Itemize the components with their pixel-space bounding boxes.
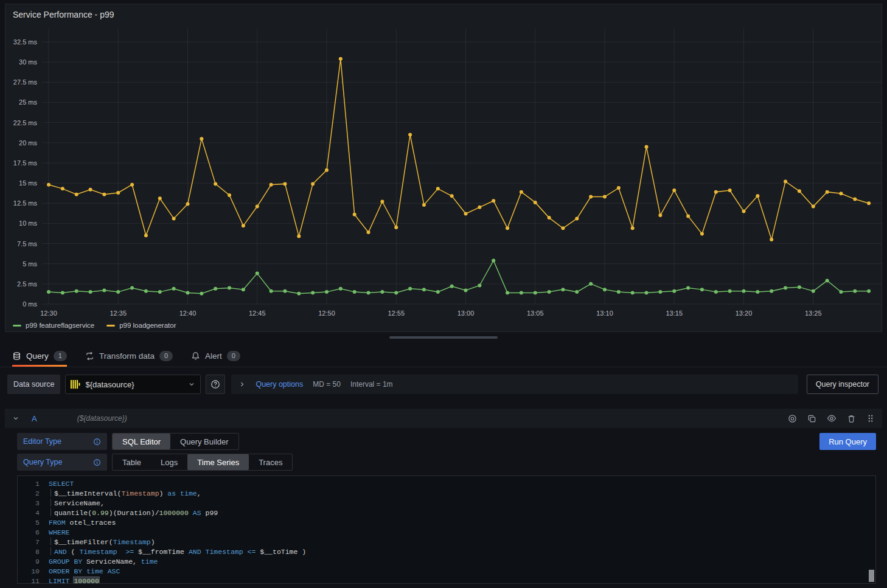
line-number: 8 <box>18 547 40 557</box>
timeseries-chart[interactable]: 0 ms2.5 ms5 ms7.5 ms10 ms12.5 ms15 ms17.… <box>5 25 882 319</box>
svg-text:10 ms: 10 ms <box>19 220 37 227</box>
line-number: 7 <box>18 538 40 547</box>
traces-button[interactable]: Traces <box>249 454 292 470</box>
line-number: 10 <box>18 567 40 576</box>
line-number: 9 <box>18 557 40 567</box>
code-line: 9GROUP BY ServiceName, time <box>18 557 875 567</box>
svg-text:12:50: 12:50 <box>318 310 335 317</box>
panel-title: Service Performance - p99 <box>13 10 114 19</box>
indent-guide <box>50 499 51 507</box>
tab-count-badge: 0 <box>159 351 173 361</box>
interval-value: Interval = 1m <box>350 380 393 389</box>
datasource-value: ${datasource} <box>85 380 134 389</box>
clickhouse-logo-icon <box>71 379 80 389</box>
svg-text:13:05: 13:05 <box>527 310 544 317</box>
datasource-picker[interactable]: ${datasource} <box>65 375 201 394</box>
query-inspector-button[interactable]: Query inspector <box>807 375 878 394</box>
svg-text:12:45: 12:45 <box>249 310 266 317</box>
code-line: 8AND ( Timestamp >= $__fromTime AND Time… <box>18 547 875 557</box>
code-line: 6WHERE <box>18 528 875 538</box>
query-editor-body: Editor Type SQL Editor Query Builder Run… <box>5 428 882 584</box>
query-row-actions <box>788 413 875 423</box>
time-series-button[interactable]: Time Series <box>187 454 249 470</box>
legend-label: p99 featureflagservice <box>26 322 94 329</box>
info-icon[interactable] <box>93 438 101 446</box>
query-row-header[interactable]: A (${datasource}) <box>5 409 882 428</box>
duplicate-icon[interactable] <box>807 414 816 423</box>
code-line: 10ORDER BY time ASC <box>18 567 875 576</box>
bell-icon <box>191 351 200 361</box>
svg-text:32.5 ms: 32.5 ms <box>13 38 38 46</box>
query-type-row: Query Type Table Logs Time Series Traces <box>17 454 876 471</box>
datasource-help-button[interactable] <box>206 375 225 394</box>
svg-text:13:25: 13:25 <box>805 310 822 317</box>
eye-icon[interactable] <box>827 413 837 423</box>
tab-alert[interactable]: Alert 0 <box>191 345 240 367</box>
tab-label: Alert <box>205 351 222 361</box>
query-options-bar[interactable]: Query options MD = 50 Interval = 1m <box>231 375 798 394</box>
line-number: 4 <box>18 508 40 518</box>
query-builder-button[interactable]: Query Builder <box>170 434 238 449</box>
timeseries-panel: Service Performance - p99 0 ms2.5 ms5 ms… <box>5 4 882 332</box>
svg-text:12.5 ms: 12.5 ms <box>13 199 38 207</box>
table-button[interactable]: Table <box>113 454 151 470</box>
tab-query[interactable]: Query 1 <box>12 345 67 367</box>
disable-query-icon[interactable] <box>788 414 797 423</box>
line-number: 11 <box>18 576 40 584</box>
svg-text:5 ms: 5 ms <box>23 260 37 268</box>
editor-type-label: Editor Type <box>17 433 107 450</box>
sql-code-editor[interactable]: 1SELECT2$__timeInterval(Timestamp) as ti… <box>17 476 876 584</box>
indent-guide <box>50 489 51 497</box>
trash-icon[interactable] <box>847 414 856 423</box>
tab-transform-data[interactable]: Transform data 0 <box>85 345 173 367</box>
query-datasource-hint: (${datasource}) <box>77 414 127 423</box>
svg-text:30 ms: 30 ms <box>19 58 37 66</box>
svg-text:0 ms: 0 ms <box>23 300 37 308</box>
svg-text:13:10: 13:10 <box>596 310 613 317</box>
line-number: 1 <box>18 479 40 489</box>
tab-count-badge: 0 <box>227 351 240 361</box>
panel-resize-handle[interactable] <box>389 336 498 339</box>
svg-text:25 ms: 25 ms <box>19 99 37 106</box>
legend-item-featureflagservice[interactable]: p99 featureflagservice <box>13 322 94 329</box>
query-type-segmented: Table Logs Time Series Traces <box>112 454 293 471</box>
query-type-label: Query Type <box>17 454 107 471</box>
svg-text:2.5 ms: 2.5 ms <box>17 280 38 288</box>
collapse-chevron-icon[interactable] <box>12 415 19 422</box>
indent-guide <box>50 508 51 516</box>
code-line: 3ServiceName, <box>18 499 875 508</box>
editor-type-segmented: SQL Editor Query Builder <box>112 433 239 450</box>
line-number: 5 <box>18 518 40 528</box>
query-options-link[interactable]: Query options <box>256 380 303 389</box>
svg-text:15 ms: 15 ms <box>19 179 37 187</box>
code-line: 4quantile(0.99)(Duration)/1000000 AS p99 <box>18 508 875 518</box>
question-circle-icon <box>210 379 220 389</box>
logs-button[interactable]: Logs <box>151 454 187 470</box>
svg-text:7.5 ms: 7.5 ms <box>17 240 38 247</box>
datasource-label: Data source <box>7 375 60 394</box>
max-data-points-value: MD = 50 <box>313 380 341 389</box>
query-ref-id[interactable]: A <box>32 414 37 423</box>
editor-scrollbar-thumb[interactable] <box>869 570 874 582</box>
transform-icon <box>85 351 94 361</box>
svg-text:12:30: 12:30 <box>40 310 57 317</box>
run-query-button[interactable]: Run Query <box>819 433 876 450</box>
database-icon <box>12 351 21 361</box>
legend-item-loadgenerator[interactable]: p99 loadgenerator <box>106 322 176 329</box>
tab-count-badge: 1 <box>54 351 67 361</box>
svg-text:13:00: 13:00 <box>457 310 475 317</box>
sql-code-lines: 1SELECT2$__timeInterval(Timestamp) as ti… <box>18 479 875 584</box>
chevron-down-icon <box>188 381 195 388</box>
query-editor-card: A (${datasource}) <box>5 409 882 584</box>
line-number: 3 <box>18 499 40 508</box>
drag-handle-icon[interactable] <box>866 414 875 423</box>
panel-header[interactable]: Service Performance - p99 <box>5 4 882 25</box>
svg-text:12:55: 12:55 <box>388 310 405 317</box>
svg-text:22.5 ms: 22.5 ms <box>13 119 38 126</box>
chart-legend: p99 featureflagservice p99 loadgenerator <box>5 319 882 331</box>
svg-text:17.5 ms: 17.5 ms <box>13 159 38 167</box>
svg-text:27.5 ms: 27.5 ms <box>13 78 38 86</box>
info-icon[interactable] <box>93 458 101 466</box>
code-line: 11LIMIT 100000 <box>18 576 875 584</box>
sql-editor-button[interactable]: SQL Editor <box>113 434 170 449</box>
